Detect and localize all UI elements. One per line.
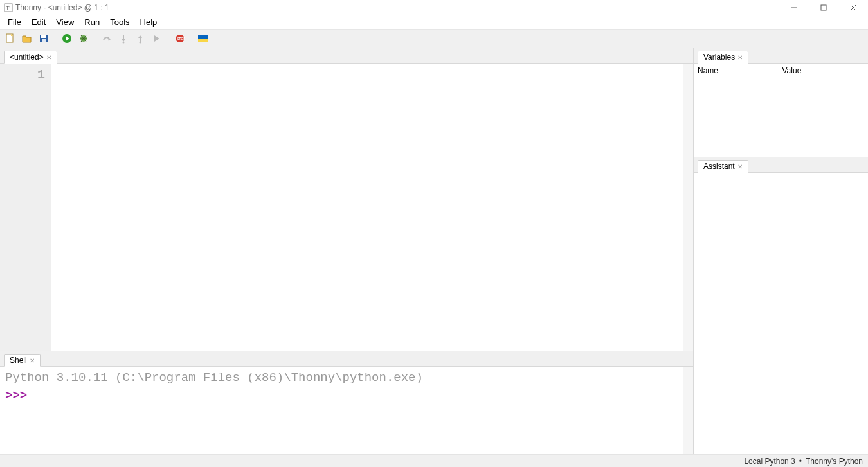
- editor-tab[interactable]: <untitled> ✕: [4, 51, 57, 64]
- variables-tab[interactable]: Variables ✕: [698, 51, 748, 64]
- close-tab-icon[interactable]: ✕: [46, 54, 51, 61]
- status-bar: Local Python 3 • Thonny's Python: [0, 454, 868, 467]
- maximize-button[interactable]: [809, 0, 838, 15]
- status-interpreter[interactable]: Local Python 3: [744, 457, 795, 466]
- flag-icon[interactable]: [197, 32, 210, 45]
- shell-prompt: >>>: [5, 389, 688, 403]
- assistant-body[interactable]: [694, 173, 868, 454]
- assistant-tab[interactable]: Assistant ✕: [698, 160, 748, 173]
- line-number: 1: [0, 67, 45, 82]
- shell-tab[interactable]: Shell ✕: [4, 354, 41, 367]
- menu-edit[interactable]: Edit: [26, 16, 51, 28]
- svg-rect-10: [41, 35, 46, 38]
- title-bar: T Thonny - <untitled> @ 1 : 1: [0, 0, 868, 15]
- editor-tabrow: <untitled> ✕: [0, 48, 693, 64]
- variables-header: Name Value: [694, 64, 868, 78]
- step-into-icon[interactable]: [117, 32, 130, 45]
- code-editor[interactable]: [51, 64, 693, 351]
- debug-icon[interactable]: [77, 32, 90, 45]
- assistant-tab-label: Assistant: [703, 162, 735, 171]
- assistant-panel: Assistant ✕: [694, 157, 868, 454]
- svg-point-21: [123, 42, 125, 44]
- close-shell-icon[interactable]: ✕: [30, 357, 35, 364]
- menu-tools[interactable]: Tools: [105, 16, 134, 28]
- svg-rect-28: [198, 35, 208, 39]
- step-over-icon[interactable]: [100, 32, 113, 45]
- variables-col-name: Name: [698, 66, 780, 75]
- new-file-icon[interactable]: [4, 32, 17, 45]
- shell-version-line: Python 3.10.11 (C:\Program Files (x86)\T…: [5, 371, 688, 385]
- menu-run[interactable]: Run: [79, 16, 105, 28]
- shell-output[interactable]: Python 3.10.11 (C:\Program Files (x86)\T…: [0, 367, 693, 454]
- svg-text:STOP: STOP: [177, 37, 185, 40]
- window-title: Thonny - <untitled> @ 1 : 1: [15, 3, 109, 12]
- assistant-tabrow: Assistant ✕: [694, 157, 868, 173]
- variables-body[interactable]: [694, 78, 868, 157]
- svg-rect-29: [198, 39, 208, 42]
- svg-rect-3: [821, 5, 826, 10]
- close-variables-icon[interactable]: ✕: [737, 54, 743, 61]
- variables-tabrow: Variables ✕: [694, 48, 868, 64]
- run-icon[interactable]: [60, 32, 73, 45]
- minimize-button[interactable]: [779, 0, 809, 15]
- variables-col-value: Value: [782, 66, 865, 75]
- shell-tabrow: Shell ✕: [0, 351, 693, 367]
- editor-tab-label: <untitled>: [10, 53, 44, 62]
- left-pane: <untitled> ✕ 1 Shell ✕ Python 3.10.11 (C…: [0, 48, 693, 454]
- open-file-icon[interactable]: [21, 32, 33, 45]
- svg-text:T: T: [6, 5, 10, 12]
- app-logo-icon: T: [4, 3, 13, 12]
- svg-marker-23: [138, 35, 142, 38]
- close-assistant-icon[interactable]: ✕: [737, 163, 743, 170]
- menu-view[interactable]: View: [51, 16, 79, 28]
- shell-scrollbar[interactable]: [683, 367, 693, 454]
- variables-panel: Variables ✕ Name Value: [694, 48, 868, 157]
- variables-tab-label: Variables: [703, 53, 735, 62]
- step-out-icon[interactable]: [134, 32, 147, 45]
- menu-file[interactable]: File: [3, 16, 26, 28]
- toolbar: STOP: [0, 29, 868, 48]
- shell-panel: Shell ✕ Python 3.10.11 (C:\Program Files…: [0, 351, 693, 454]
- save-file-icon[interactable]: [37, 32, 50, 45]
- main-area: <untitled> ✕ 1 Shell ✕ Python 3.10.11 (C…: [0, 48, 868, 454]
- svg-marker-25: [154, 35, 159, 42]
- status-detail[interactable]: Thonny's Python: [806, 457, 863, 466]
- menu-bar: File Edit View Run Tools Help: [0, 15, 868, 29]
- stop-icon[interactable]: STOP: [174, 32, 186, 45]
- shell-tab-label: Shell: [10, 356, 27, 365]
- editor-area: 1: [0, 64, 693, 351]
- right-pane: Variables ✕ Name Value Assistant ✕: [693, 48, 868, 454]
- editor-gutter: 1: [0, 64, 51, 351]
- resume-icon[interactable]: [150, 32, 163, 45]
- svg-marker-20: [122, 39, 125, 42]
- menu-help[interactable]: Help: [135, 16, 163, 28]
- svg-marker-8: [23, 36, 31, 42]
- svg-rect-11: [42, 39, 46, 42]
- editor-scrollbar[interactable]: [683, 64, 693, 351]
- svg-point-24: [140, 42, 141, 44]
- close-button[interactable]: [838, 0, 868, 15]
- status-sep: •: [799, 457, 802, 466]
